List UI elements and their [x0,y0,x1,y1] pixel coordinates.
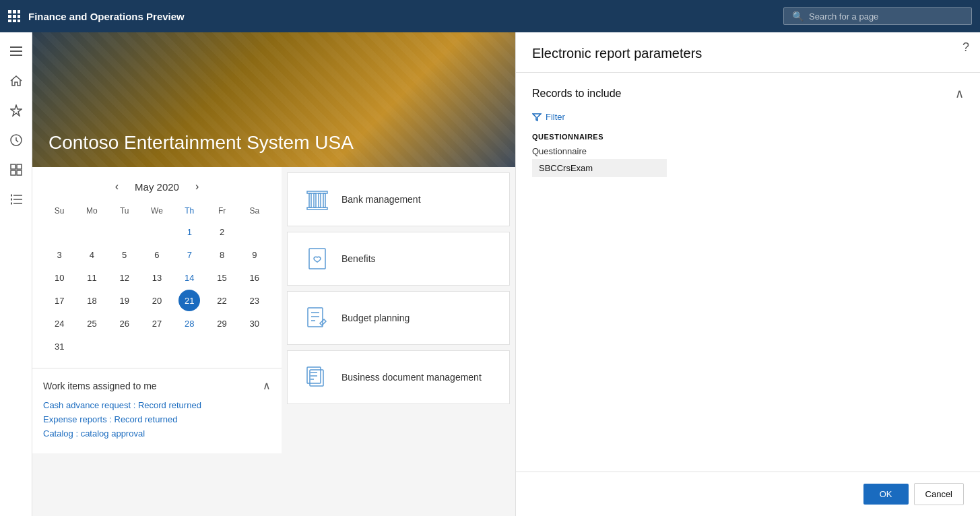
svg-rect-16 [17,170,22,175]
filter-icon [532,113,542,121]
svg-rect-11 [10,55,22,56]
app-title: Finance and Operations Preview [28,11,185,22]
waffle-icon[interactable] [8,10,20,22]
cancel-button[interactable]: Cancel [914,483,964,505]
search-bar[interactable]: 🔍 [783,7,972,25]
day-header-mo: Mo [75,203,108,218]
work-items-list: Cash advance request : Record returnedEx… [43,400,271,439]
sidebar [0,32,32,516]
svg-rect-9 [10,46,22,48]
calendar-day[interactable]: 11 [81,267,102,288]
calendar-day[interactable]: 23 [244,290,265,311]
collapse-icon[interactable]: ∧ [263,379,271,392]
sidebar-item-favorites[interactable] [3,97,30,124]
calendar-day[interactable]: 21 [178,290,200,311]
calendar-day[interactable]: 24 [48,313,70,334]
tile-label: Business document management [341,372,482,383]
svg-rect-3 [8,15,11,18]
sidebar-item-menu[interactable] [3,38,30,65]
work-item-link[interactable]: Catalog : catalog approval [43,428,271,439]
section-collapse-icon[interactable]: ∧ [955,86,964,101]
tile-item[interactable]: Budget planning [287,291,510,345]
svg-rect-25 [309,193,311,207]
svg-rect-6 [8,20,11,22]
day-header-th: Th [173,203,205,218]
calendar-day[interactable]: 29 [211,313,233,334]
tile-label: Bank management [341,194,421,205]
calendar-day[interactable]: 6 [146,244,168,265]
help-icon[interactable]: ? [962,40,969,55]
calendar-day[interactable]: 12 [114,267,135,288]
calendar-day[interactable]: 18 [81,290,102,311]
filter-link[interactable]: Filter [532,112,964,122]
work-items-header: Work items assigned to me ∧ [43,379,271,392]
calendar-day[interactable]: 15 [211,267,233,288]
ok-button[interactable]: OK [863,484,909,505]
day-headers: Su Mo Tu We Th Fr Sa [43,203,271,218]
calendar-day[interactable]: 25 [81,313,102,334]
work-item-link[interactable]: Cash advance request : Record returned [43,400,271,410]
search-input[interactable] [809,11,963,22]
svg-rect-15 [11,170,15,175]
calendar-day [114,335,135,357]
svg-rect-5 [18,15,20,18]
svg-rect-21 [11,199,12,201]
calendar-day [146,221,168,243]
calendar-day[interactable]: 13 [146,267,168,288]
svg-rect-0 [8,10,11,13]
calendar-day[interactable]: 8 [211,244,233,265]
day-header-su: Su [43,203,75,218]
calendar-day[interactable]: 2 [211,221,233,243]
tile-icon [304,247,331,271]
questionnaires-label: QUESTIONNAIRES [532,133,964,141]
calendar-day [81,221,102,243]
top-nav: Finance and Operations Preview 🔍 [0,0,980,32]
sidebar-item-recent[interactable] [3,127,30,154]
field-label: Questionnaire [532,146,964,156]
tile-item[interactable]: Business document management [287,350,510,404]
calendar-section: ‹ May 2020 › Su Mo Tu We Th Fr Sa [32,167,282,368]
sidebar-item-workspaces[interactable] [3,156,30,183]
calendar-day[interactable]: 30 [244,313,265,334]
calendar-day[interactable]: 10 [48,267,70,288]
calendar-day [48,221,70,243]
tile-label: Budget planning [341,313,410,323]
svg-rect-27 [319,193,321,207]
sidebar-item-home[interactable] [3,67,30,94]
calendar-day[interactable]: 27 [146,313,168,334]
calendar-day[interactable]: 22 [211,290,233,311]
sidebar-item-list[interactable] [3,186,30,213]
calendar-day[interactable]: 3 [48,244,70,265]
calendar-day[interactable]: 19 [114,290,135,311]
calendar-day[interactable]: 16 [244,267,265,288]
work-item-link[interactable]: Expense reports : Record returned [43,414,271,424]
questionnaire-input[interactable] [532,159,667,177]
filter-label: Filter [546,112,565,122]
tile-item[interactable]: Bank management [287,172,510,226]
calendar-prev-button[interactable]: ‹ [110,178,124,195]
svg-rect-14 [17,164,22,169]
calendar-day[interactable]: 9 [244,244,265,265]
tile-item[interactable]: Benefits [287,232,510,286]
calendar-day[interactable]: 7 [178,244,200,265]
section-label: Records to include [532,88,622,100]
svg-rect-10 [10,51,22,52]
calendar-day[interactable]: 28 [178,313,200,334]
svg-rect-28 [323,193,325,207]
svg-rect-2 [18,10,20,13]
calendar-day[interactable]: 4 [81,244,102,265]
calendar-grid: Su Mo Tu We Th Fr Sa 1234567891011121314… [43,203,271,357]
calendar-month-year: May 2020 [135,181,179,193]
right-panel-header: Electronic report parameters [516,32,980,73]
calendar-day[interactable]: 26 [114,313,135,334]
calendar-day[interactable]: 5 [114,244,135,265]
calendar-day[interactable]: 1 [178,221,200,243]
tile-icon [304,365,331,389]
calendar-day [178,335,200,357]
calendar-day[interactable]: 14 [178,267,200,288]
calendar-day[interactable]: 31 [48,335,70,357]
calendar-next-button[interactable]: › [190,178,204,195]
right-panel-footer: OK Cancel [516,472,980,516]
calendar-day[interactable]: 20 [146,290,168,311]
calendar-day[interactable]: 17 [48,290,70,311]
